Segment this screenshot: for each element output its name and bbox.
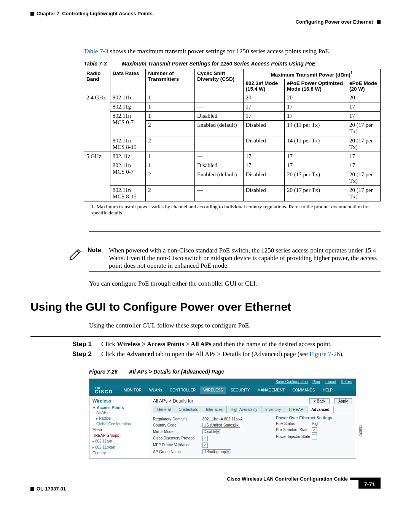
section-heading: Using the GUI to Configure Power over Et… — [30, 300, 381, 313]
label-ap-group: AP Group Name — [153, 450, 202, 454]
step-1: Step 1 Click Wireless > Access Points > … — [72, 340, 381, 348]
th-epoe-opt: ePoE Power Optimized Mode (16.8 W) — [285, 79, 347, 93]
figure-sidecode: 250893 — [358, 425, 363, 437]
chevron-down-icon: ▾ — [226, 450, 230, 454]
gui-menu-item[interactable]: CONTROLLER — [167, 387, 199, 394]
table-ref-link[interactable]: Table 7-3 — [84, 48, 108, 55]
select-country-code[interactable]: US (United States)▾ — [202, 423, 240, 428]
gui-menu-item[interactable]: MANAGEMENT — [255, 387, 288, 394]
table-row: 802.11n MCS 8-152—Disabled20 (17 per Tx)… — [84, 185, 381, 201]
gui-tab[interactable]: High Availability — [226, 406, 261, 413]
figure-ref-link[interactable]: Figure 7-26 — [309, 350, 340, 358]
label-mfp: MFP Frame Validation — [153, 443, 202, 447]
intro-paragraph: Table 7-3 shows the maximum transmit pow… — [84, 48, 381, 55]
th-num-tx: Number of Transmitters — [146, 69, 195, 93]
table-head: Radio Band Data Rates Number of Transmit… — [84, 69, 381, 93]
intro-text: shows the maximum transmit power setting… — [108, 48, 331, 55]
sidebar-group-access-points[interactable]: ▼Access Points — [92, 405, 146, 410]
gui-menu-item[interactable]: MONITOR — [121, 387, 145, 394]
label-mirror-mode: Mirror Mode — [153, 430, 202, 434]
step-1-body: Click Wireless > Access Points > All APs… — [101, 340, 332, 348]
section-rule — [30, 336, 381, 337]
label-cdp: Cisco Discovery Protocol — [153, 436, 202, 440]
note-block: Note When powered with a non-Cisco stand… — [68, 247, 381, 270]
gui-left-column: Regulatory Domains802.11bg:-A 802.11a:-A… — [153, 415, 268, 456]
gui-tab[interactable]: General — [153, 406, 175, 413]
sidebar-item-country[interactable]: Country — [92, 450, 146, 456]
running-header: Chapter 7 Controlling Lightweight Access… — [30, 11, 381, 25]
gui-main-menu: MONITORWLANsCONTROLLERWIRELESSSECURITYMA… — [121, 387, 336, 394]
gui-sidebar: Wireless ▼Access Points All APs ▸Radios … — [89, 396, 149, 459]
step-1-label: Step 1 — [72, 340, 95, 348]
gui-page-title: All APs > Details for — [153, 398, 193, 404]
section-title: Configuring Power over Ethernet — [296, 19, 373, 25]
gui-tab[interactable]: Interfaces — [202, 406, 227, 413]
gui-menu-item[interactable]: WIRELESS — [200, 387, 226, 394]
step-2-label: Step 2 — [72, 350, 95, 358]
footer-bullet-icon — [30, 487, 34, 491]
checkbox-cdp[interactable]: ✓ — [202, 436, 208, 441]
gui-menu-item[interactable]: HELP — [320, 387, 336, 394]
footer-ol: OL-17037-01 — [37, 486, 66, 492]
gui-tab[interactable]: Advanced — [307, 406, 334, 413]
value-poe-status: High — [312, 422, 320, 426]
gui-header: ılıılı CISCO MONITORWLANsCONTROLLERWIREL… — [89, 385, 356, 396]
sidebar-item-80211bgn[interactable]: ▸802.11b/g/n — [92, 444, 146, 451]
gui-right-column: Power Over Ethernet Settings PoE StatusH… — [276, 415, 352, 456]
select-mirror-mode[interactable]: Disable▾ — [202, 429, 221, 434]
figure-number: Figure 7-26 — [89, 369, 118, 375]
sidebar-item-global-config[interactable]: Global Configuration — [96, 421, 146, 427]
para-gui-steps-intro: Using the controller GUI, follow these s… — [89, 322, 381, 329]
note-label: Note — [88, 247, 104, 270]
gui-main: All APs > Details for < Back Apply Gener… — [149, 396, 356, 459]
power-table: Radio Band Data Rates Number of Transmit… — [84, 69, 381, 201]
th-epoe-mode: ePoE Mode (20 W) — [347, 79, 380, 93]
gui-link-logout[interactable]: Logout — [325, 380, 336, 384]
gui-menu-item[interactable]: SECURITY — [228, 387, 253, 394]
gui-menu-item[interactable]: WLANs — [146, 387, 165, 394]
checkbox-pre-standard[interactable]: ✓ — [312, 427, 317, 433]
label-reg-domains: Regulatory Domains — [153, 417, 202, 421]
value-reg-domains: 802.11bg:-A 802.11a:-A — [202, 417, 243, 421]
sidebar-item-all-aps[interactable]: All APs — [96, 410, 146, 415]
poe-settings-heading: Power Over Ethernet Settings — [276, 415, 352, 420]
table-footnote: 1. Maximum transmit power varies by chan… — [91, 204, 381, 216]
gui-tab[interactable]: H-REAP — [285, 406, 307, 413]
page-footer: Cisco Wireless LAN Controller Configurat… — [30, 478, 381, 500]
select-ap-group[interactable]: default-group▾ — [202, 449, 231, 454]
header-bullet-icon-right — [377, 20, 381, 24]
gui-link-save-config[interactable]: Save Configuration — [276, 380, 308, 384]
sidebar-item-radios[interactable]: ▸Radios — [96, 415, 146, 422]
checkbox-power-injector[interactable] — [312, 434, 317, 439]
gui-tab[interactable]: Inventory — [261, 406, 285, 413]
table-number: Table 7-3 — [84, 61, 107, 67]
header-rule — [30, 18, 381, 18]
checkbox-mfp[interactable]: ✓ — [202, 443, 208, 448]
table-caption: Table 7-3Maximum Transmit Power Settings… — [84, 61, 381, 67]
th-radio-band: Radio Band — [84, 69, 110, 93]
label-power-injector: Power Injector State — [276, 435, 312, 439]
apply-button[interactable]: Apply — [334, 398, 352, 404]
gui-link-refresh[interactable]: Refres — [341, 380, 352, 384]
header-bullet-icon — [30, 12, 34, 16]
footnote-number: 1. — [91, 204, 95, 209]
table-row: 802.11n MCS 0-71Disabled171717 — [84, 161, 381, 170]
chapter-label: Chapter 7 — [37, 11, 59, 16]
table-body: 2.4 GHz802.11b1—202020802.11g1—171717802… — [84, 93, 381, 201]
chevron-down-icon: ▾ — [216, 430, 220, 434]
sidebar-heading: Wireless — [92, 398, 146, 404]
table-row: 802.11n MCS 8-152—Disabled14 (11 per Tx)… — [84, 136, 381, 152]
label-poe-status: PoE Status — [276, 422, 312, 426]
gui-tab[interactable]: Credentials — [175, 406, 202, 413]
table-row: 802.11g1—171717 — [84, 102, 381, 111]
sidebar-item-80211an[interactable]: ▸802.11a/n — [92, 438, 146, 444]
sidebar-item-mesh[interactable]: Mesh — [92, 427, 146, 433]
th-data-rates: Data Rates — [110, 69, 146, 93]
th-csd: Cyclic Shift Diversity (CSD) — [194, 69, 243, 93]
sidebar-item-hreap[interactable]: HREAP Groups — [92, 433, 146, 438]
pencil-icon — [68, 247, 82, 262]
back-button[interactable]: < Back — [309, 398, 330, 404]
page-number: 7-71 — [358, 480, 381, 489]
gui-link-ping[interactable]: Ping — [312, 380, 320, 384]
gui-menu-item[interactable]: COMMANDS — [289, 387, 318, 394]
